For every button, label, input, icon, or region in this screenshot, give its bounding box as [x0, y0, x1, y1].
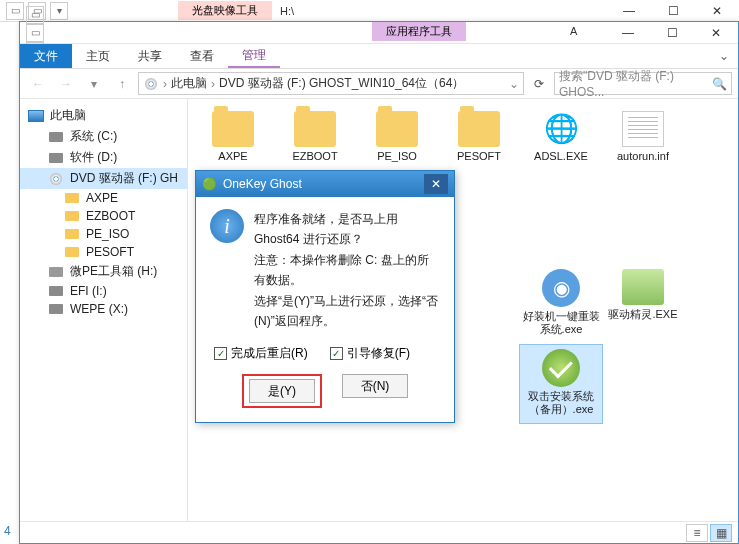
- tree-item[interactable]: PE_ISO: [20, 225, 187, 243]
- nav-tree: 此电脑 系统 (C:) 软件 (D:) DVD 驱动器 (F:) GH AXPE…: [20, 99, 188, 521]
- reboot-checkbox[interactable]: ✓完成后重启(R): [214, 345, 308, 362]
- view-icons-button[interactable]: ▦: [710, 524, 732, 542]
- back-path: H:\: [280, 5, 294, 17]
- dialog-app-icon: 🟢: [202, 177, 217, 191]
- qat-dropdown[interactable]: ▾: [50, 2, 68, 20]
- dialog-line: 程序准备就绪，是否马上用 Ghost64 进行还原？: [254, 209, 440, 250]
- dialog-line: 注意：本操作将删除 C: 盘上的所有数据。: [254, 250, 440, 291]
- ribbon-expand-icon[interactable]: ⌄: [710, 44, 738, 68]
- file-item[interactable]: 🌐ADSL.EXE: [520, 107, 602, 185]
- tree-item[interactable]: 软件 (D:): [20, 147, 187, 168]
- context-tab-disc[interactable]: 光盘映像工具: [178, 1, 272, 20]
- tree-item[interactable]: AXPE: [20, 189, 187, 207]
- minimize-button[interactable]: —: [606, 22, 650, 44]
- usb-icon: [48, 265, 64, 279]
- tree-this-pc[interactable]: 此电脑: [20, 105, 187, 126]
- address-bar[interactable]: › 此电脑 › DVD 驱动器 (F:) GHOST_WIN10_64位（64）…: [138, 72, 524, 95]
- ribbon: 文件 主页 共享 查看 管理 ⌄: [20, 44, 738, 69]
- folder-icon: [64, 245, 80, 259]
- file-item[interactable]: ◉好装机一键重装系统.exe: [520, 265, 602, 343]
- context-tab-app[interactable]: 应用程序工具: [372, 22, 466, 41]
- breadcrumb-root[interactable]: 此电脑: [171, 75, 207, 92]
- dvd-icon: [143, 77, 159, 91]
- folder-icon: [64, 191, 80, 205]
- minimize-button[interactable]: —: [607, 0, 651, 22]
- drive-icon: [48, 302, 64, 316]
- folder-icon: [458, 111, 500, 147]
- file-item-selected[interactable]: 双击安装系统（备用）.exe: [520, 345, 602, 423]
- pc-icon: [28, 109, 44, 123]
- bootfix-checkbox[interactable]: ✓引导修复(F): [330, 345, 410, 362]
- drive-icon: [48, 130, 64, 144]
- ribbon-share[interactable]: 共享: [124, 44, 176, 68]
- onekey-ghost-dialog: 🟢 OneKey Ghost ✕ i 程序准备就绪，是否马上用 Ghost64 …: [195, 170, 455, 423]
- yes-button[interactable]: 是(Y): [249, 379, 315, 403]
- ribbon-manage[interactable]: 管理: [228, 44, 280, 68]
- status-bar: ≡ ▦: [20, 521, 738, 543]
- chevron-icon: ›: [163, 77, 167, 91]
- dialog-close-button[interactable]: ✕: [424, 174, 448, 194]
- drive-icon: [48, 151, 64, 165]
- forward-button[interactable]: →: [54, 72, 78, 96]
- qat-icon[interactable]: ▭: [26, 6, 44, 24]
- tree-item[interactable]: EZBOOT: [20, 207, 187, 225]
- tree-item[interactable]: 系统 (C:): [20, 126, 187, 147]
- close-button[interactable]: ✕: [694, 22, 738, 44]
- chevron-icon: ›: [211, 77, 215, 91]
- search-icon: 🔍: [712, 77, 727, 91]
- ini-icon: [622, 111, 664, 147]
- refresh-button[interactable]: ⟳: [528, 73, 550, 95]
- close-button[interactable]: ✕: [695, 0, 739, 22]
- drive-icon: [48, 284, 64, 298]
- breadcrumb-drive[interactable]: DVD 驱动器 (F:) GHOST_WIN10_64位（64）: [219, 75, 464, 92]
- tree-item[interactable]: 微PE工具箱 (H:): [20, 261, 187, 282]
- back-button[interactable]: ←: [26, 72, 50, 96]
- file-item[interactable]: 驱动精灵.EXE: [602, 265, 684, 343]
- page-number: 4: [4, 524, 11, 538]
- folder-icon: [64, 209, 80, 223]
- tree-item[interactable]: WEPE (X:): [20, 300, 187, 318]
- driver-icon: [622, 269, 664, 305]
- search-input[interactable]: 搜索"DVD 驱动器 (F:) GHOS... 🔍: [554, 72, 732, 95]
- ribbon-home[interactable]: 主页: [72, 44, 124, 68]
- maximize-button[interactable]: ☐: [650, 22, 694, 44]
- folder-icon: [294, 111, 336, 147]
- folder-icon: [376, 111, 418, 147]
- dialog-line: 选择“是(Y)”马上进行还原，选择“否(N)”返回程序。: [254, 291, 440, 332]
- tree-item[interactable]: EFI (I:): [20, 282, 187, 300]
- no-button[interactable]: 否(N): [342, 374, 408, 398]
- up-button[interactable]: ↑: [110, 72, 134, 96]
- search-placeholder: 搜索"DVD 驱动器 (F:) GHOS...: [559, 68, 712, 99]
- folder-icon: [64, 227, 80, 241]
- checkbox-icon: ✓: [214, 347, 227, 360]
- folder-icon: [212, 111, 254, 147]
- tree-item-dvd[interactable]: DVD 驱动器 (F:) GH: [20, 168, 187, 189]
- checkbox-icon: ✓: [330, 347, 343, 360]
- history-dropdown[interactable]: ▾: [82, 72, 106, 96]
- dialog-titlebar[interactable]: 🟢 OneKey Ghost ✕: [196, 171, 454, 197]
- globe-icon: 🌐: [540, 111, 582, 147]
- dialog-title: OneKey Ghost: [223, 177, 302, 191]
- qat-icon[interactable]: ▭: [26, 24, 44, 42]
- dvd-icon: [48, 172, 64, 186]
- ribbon-file[interactable]: 文件: [20, 44, 72, 68]
- front-path-hint: A: [570, 25, 577, 37]
- view-details-button[interactable]: ≡: [686, 524, 708, 542]
- file-item[interactable]: autorun.inf: [602, 107, 684, 185]
- yes-highlight: 是(Y): [242, 374, 322, 408]
- install-icon: [542, 349, 580, 387]
- tree-item[interactable]: PESOFT: [20, 243, 187, 261]
- info-icon: i: [210, 209, 244, 243]
- qat-icon[interactable]: ▭: [6, 2, 24, 20]
- onekey-icon: ◉: [542, 269, 580, 307]
- maximize-button[interactable]: ☐: [651, 0, 695, 22]
- ribbon-view[interactable]: 查看: [176, 44, 228, 68]
- chevron-down-icon[interactable]: ⌄: [509, 77, 519, 91]
